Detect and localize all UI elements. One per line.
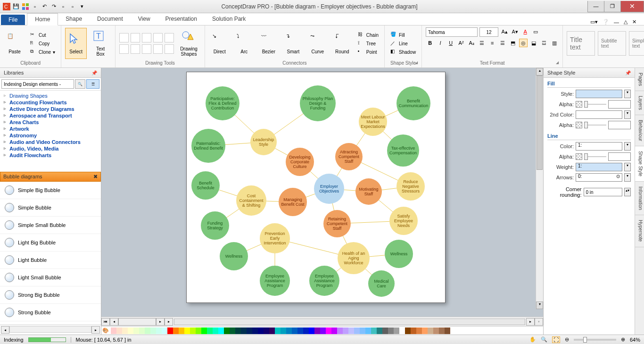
dialog-launcher-icon[interactable]: ◢ — [556, 60, 559, 65]
file-tab[interactable]: File — [1, 15, 25, 25]
doc-icon[interactable]: ▫ — [31, 3, 39, 10]
color-swatch[interactable] — [133, 327, 139, 334]
shape-item[interactable]: Simple Bubble — [0, 199, 101, 217]
color-swatch[interactable] — [439, 327, 445, 334]
alpha-checker-icon[interactable] — [576, 122, 582, 128]
diagram-bubble[interactable]: Meet Labour Market Expectations — [359, 108, 387, 136]
direct-button[interactable]: ↘Direct — [209, 28, 231, 59]
dialog-launcher-icon[interactable]: ◢ — [415, 60, 418, 65]
page-next-button[interactable]: ▸ — [156, 318, 165, 326]
color-swatch[interactable] — [128, 327, 133, 334]
smart-button[interactable]: ↴Smart — [282, 28, 304, 59]
font-color-icon[interactable]: A — [521, 27, 529, 36]
stepper-icon[interactable]: ▴▾ — [624, 188, 631, 196]
round-button[interactable]: ⮦Round — [331, 28, 353, 59]
color-swatch[interactable] — [235, 327, 241, 334]
align-center-button[interactable]: ≡ — [488, 39, 496, 47]
page-last-button[interactable]: ▸ — [165, 318, 173, 326]
line-alpha-slider[interactable] — [584, 153, 606, 160]
color-swatch[interactable] — [196, 327, 201, 334]
color-swatch[interactable] — [230, 327, 235, 334]
color-swatch[interactable] — [139, 327, 145, 334]
dropdown-icon[interactable]: ▾ — [624, 142, 631, 151]
scroll-right-icon[interactable]: ▸ — [91, 326, 100, 334]
color-swatch[interactable] — [218, 327, 224, 334]
line-weight-input[interactable]: 1: — [576, 163, 622, 171]
chain-button[interactable]: ⛓Chain — [356, 31, 380, 39]
color-swatch[interactable] — [331, 327, 337, 334]
corner-rounding-input[interactable] — [584, 188, 623, 196]
color-swatch[interactable] — [111, 327, 116, 334]
color-swatch[interactable] — [303, 327, 309, 334]
tab-solution-park[interactable]: Solution Park — [205, 13, 253, 25]
select-button[interactable]: Select — [65, 28, 87, 59]
diagram-bubble[interactable]: Benefit Communication — [396, 86, 430, 120]
hand-tool-icon[interactable]: ✋ — [529, 336, 536, 343]
diagram-bubble[interactable]: Motivating Staff — [355, 178, 382, 205]
search-button[interactable]: 🔍 — [75, 79, 85, 89]
color-swatch[interactable] — [224, 327, 230, 334]
tree-button[interactable]: ⟟Tree — [356, 40, 380, 47]
color-swatch[interactable] — [348, 327, 354, 334]
shape-item[interactable]: Light Big Bubble — [0, 234, 101, 252]
highlight-icon[interactable]: ▭ — [531, 27, 540, 36]
color-swatch[interactable] — [314, 327, 320, 334]
shape-item[interactable]: Strong Big Bubble — [0, 286, 101, 304]
color-swatch[interactable] — [252, 327, 258, 334]
clone-button[interactable]: ⧉Clone ▾ — [28, 48, 57, 56]
close-button[interactable]: ✕ — [620, 1, 644, 12]
alpha-checker-icon[interactable] — [576, 101, 582, 108]
valign-bot-button[interactable]: ⬓ — [529, 39, 538, 47]
textbox-button[interactable]: T Text Box — [90, 28, 111, 59]
drawing-shapes-button[interactable]: Drawing Shapes — [177, 28, 201, 59]
qat-dropdown-icon[interactable]: ▾ — [78, 3, 86, 10]
color-swatch[interactable] — [201, 327, 207, 334]
cut-button[interactable]: ✂Cut — [28, 31, 57, 39]
fill-alpha-slider[interactable] — [584, 101, 606, 108]
close-doc-icon[interactable]: ✕ — [632, 19, 636, 25]
scroll-left-icon[interactable]: ◂ — [1, 326, 9, 334]
pin-icon[interactable]: 📌 — [625, 70, 631, 76]
arc-button[interactable]: ⤵Arc — [233, 28, 255, 59]
scroll-right-button[interactable]: ▸ — [526, 318, 535, 326]
tab-home[interactable]: Home — [27, 13, 58, 25]
font-size-input[interactable] — [479, 27, 498, 37]
color-swatch[interactable] — [433, 327, 439, 334]
vtab-behaviour[interactable]: Behaviour — [635, 115, 644, 146]
library-tree-item[interactable]: Artwork — [0, 126, 101, 132]
vtab-pages[interactable]: Pages — [635, 68, 644, 91]
copy-button[interactable]: ⎘Copy — [28, 40, 57, 47]
color-swatch[interactable] — [292, 327, 297, 334]
library-tree-item[interactable]: Accounting Flowcharts — [0, 99, 101, 106]
align-left-button[interactable]: ☰ — [478, 39, 486, 47]
color-swatch[interactable] — [179, 327, 184, 334]
vtab-information[interactable]: Information — [635, 182, 644, 215]
diagram-bubble[interactable]: Benefit Schedule — [191, 171, 220, 200]
line-color-input[interactable]: 1: — [576, 142, 622, 151]
diagram-bubble[interactable]: Leadership Style — [250, 129, 277, 155]
arrows-input[interactable]: 0:⊙ — [576, 173, 622, 182]
color-swatch[interactable] — [394, 327, 399, 334]
color-swatch[interactable] — [309, 327, 314, 334]
diagram-bubble[interactable]: Developing Corporate Culture — [286, 148, 314, 176]
color-swatch[interactable] — [162, 327, 167, 334]
diagram-bubble[interactable]: Tax-effective Compensation — [387, 134, 419, 167]
color-swatch[interactable] — [405, 327, 411, 334]
font-select[interactable] — [426, 27, 478, 37]
underline-button[interactable]: U — [446, 39, 455, 47]
color-palette-bar[interactable]: 🎨 — [101, 326, 543, 335]
color-swatch[interactable] — [445, 327, 450, 334]
color-swatch[interactable] — [269, 327, 275, 334]
alpha-value[interactable] — [608, 100, 631, 109]
subscript-button[interactable]: A₂ — [467, 39, 476, 47]
zoom-area-icon[interactable]: 🔍 — [541, 336, 547, 343]
expand-icon[interactable]: △ — [624, 19, 627, 25]
help-icon[interactable]: ❔ — [603, 19, 609, 25]
diagram-bubble[interactable]: Attracting Competent Staff — [335, 143, 363, 170]
split-icon[interactable]: ▫ — [535, 318, 543, 326]
diagram-bubble[interactable]: Wellness — [220, 242, 248, 270]
shape-item[interactable]: Light Small Bubble — [0, 269, 101, 286]
shape-item[interactable]: Light Bubble — [0, 252, 101, 269]
color-swatch[interactable] — [343, 327, 348, 334]
color-swatch[interactable] — [190, 327, 196, 334]
